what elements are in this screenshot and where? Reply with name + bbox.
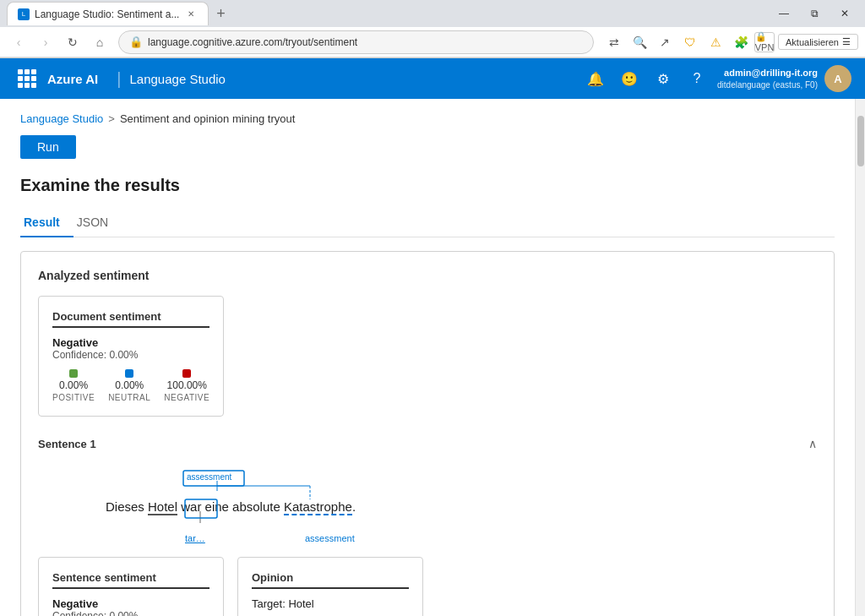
nav-icons: ⇄ 🔍 ↗ 🛡 ⚠ 🧩 <box>604 32 751 52</box>
text-after: . <box>352 499 356 514</box>
analyzed-sentiment-title: Analyzed sentiment <box>38 269 817 282</box>
breadcrumb-link[interactable]: Language Studio <box>20 112 103 125</box>
word-katastrophe: Katastrophe <box>284 499 352 515</box>
scrollbar-thumb[interactable] <box>857 116 864 166</box>
sentence-confidence: Confidence: 0.00% <box>52 610 209 616</box>
tabs-container: Result JSON <box>20 209 835 237</box>
document-sentiment-card: Document sentiment Negative Confidence: … <box>38 296 224 417</box>
zoom-icon[interactable]: 🔍 <box>629 32 650 52</box>
new-tab-button[interactable]: + <box>209 2 232 25</box>
positive-dot <box>69 369 78 378</box>
user-avatar[interactable]: A <box>824 65 851 92</box>
neutral-pct: 0.00% <box>115 379 144 391</box>
extensions-icon[interactable]: 🧩 <box>731 32 751 52</box>
url-text: language.cognitive.azure.com/tryout/sent… <box>148 36 583 48</box>
document-sentiment-title: Document sentiment <box>52 310 209 328</box>
positive-pct: 0.00% <box>59 379 88 391</box>
text-middle: war eine absolute <box>177 499 284 514</box>
document-sentiment-label: Negative <box>52 336 209 349</box>
word-hotel: Hotel <box>148 499 177 515</box>
menu-icon: ☰ <box>842 36 851 47</box>
sentence-title: Sentence 1 <box>38 438 96 450</box>
neutral-label: NEUTRAL <box>108 393 150 402</box>
negative-bar: 100.00% NEGATIVE <box>164 369 209 402</box>
negative-dot <box>182 369 191 378</box>
document-sentiment-bars: 0.00% POSITIVE 0.00% NEUTRAL 100.00% NEG… <box>52 369 209 402</box>
active-tab[interactable]: L Language Studio: Sentiment a... ✕ <box>7 2 209 25</box>
bottom-cards: Sentence sentiment Negative Confidence: … <box>38 557 817 616</box>
sentence-sentiment-label: Negative <box>52 597 209 610</box>
user-email: admin@drilling-it.org <box>724 67 818 79</box>
sentence-header: Sentence 1 ∧ <box>38 437 817 450</box>
breadcrumb: Language Studio > Sentiment and opinion … <box>20 112 835 125</box>
back-button[interactable]: ‹ <box>7 30 30 54</box>
aktualisieren-button[interactable]: Aktualisieren ☰ <box>778 34 858 50</box>
refresh-button[interactable]: ↻ <box>61 30 84 54</box>
feedback-smiley-icon[interactable]: 🙂 <box>616 65 643 92</box>
opinion-title: Opinion <box>252 571 409 589</box>
tab-close-button[interactable]: ✕ <box>184 8 198 21</box>
positive-bar: 0.00% POSITIVE <box>52 369 95 402</box>
positive-label: POSITIVE <box>52 393 95 402</box>
breadcrumb-separator: > <box>108 112 115 125</box>
translate-icon[interactable]: ⇄ <box>604 32 624 52</box>
target-value: Hotel <box>288 597 313 610</box>
sentence-text: Dieses Hotel war eine absolute Katastrop… <box>106 494 803 520</box>
settings-gear-icon[interactable]: ⚙ <box>650 65 677 92</box>
user-info[interactable]: admin@drilling-it.org ditdelanguage (eas… <box>717 67 818 90</box>
help-question-icon[interactable]: ? <box>683 65 710 92</box>
warning-icon[interactable]: ⚠ <box>705 32 726 52</box>
user-subscription: ditdelanguage (eastus, F0) <box>717 79 818 90</box>
azure-nav-right: 🔔 🙂 ⚙ ? admin@drilling-it.org ditdelangu… <box>582 65 851 92</box>
address-bar[interactable]: 🔒 language.cognitive.azure.com/tryout/se… <box>118 30 594 54</box>
minimize-button[interactable]: — <box>770 2 797 25</box>
nav-divider: | <box>117 69 121 89</box>
azure-nav-bar: Azure AI | Language Studio 🔔 🙂 ⚙ ? admin… <box>0 58 865 99</box>
opinion-card: Opinion Target: Hotel Assessments: Katas… <box>237 557 423 616</box>
section-title: Examine the results <box>20 176 835 195</box>
vpn-icon[interactable]: 🔒 VPN <box>754 32 775 52</box>
text-dieses: Dieses <box>106 499 148 514</box>
sentence-sentiment-card: Sentence sentiment Negative Confidence: … <box>38 557 224 616</box>
tab-result[interactable]: Result <box>20 209 73 237</box>
tab-json[interactable]: JSON <box>73 209 122 237</box>
tar-label[interactable]: tar… <box>185 533 205 543</box>
azure-brand: Azure AI <box>47 72 98 86</box>
negative-label: NEGATIVE <box>164 393 209 402</box>
neutral-bar: 0.00% NEUTRAL <box>108 369 150 402</box>
window-controls: — ⧉ ✕ <box>770 2 858 25</box>
home-button[interactable]: ⌂ <box>88 30 112 54</box>
nav-bar: ‹ › ↻ ⌂ 🔒 language.cognitive.azure.com/t… <box>0 27 865 57</box>
forward-button[interactable]: › <box>34 30 57 54</box>
tab-bar: L Language Studio: Sentiment a... ✕ + — … <box>0 0 865 27</box>
run-button[interactable]: Run <box>20 135 76 159</box>
sentence-sentiment-title: Sentence sentiment <box>52 571 209 589</box>
assessment-bottom-label: assessment <box>305 533 355 543</box>
close-button[interactable]: ✕ <box>831 2 858 25</box>
assessment-top-label: assessment <box>187 472 231 482</box>
product-name: Language Studio <box>130 72 226 86</box>
waffle-menu-button[interactable] <box>14 65 41 92</box>
restore-button[interactable]: ⧉ <box>801 2 828 25</box>
sentence-visualization: assessment Dieses Hotel war eine absolut… <box>38 464 817 547</box>
notification-bell-icon[interactable]: 🔔 <box>582 65 609 92</box>
share-icon[interactable]: ↗ <box>655 32 675 52</box>
results-panel: Analyzed sentiment Document sentiment Ne… <box>20 251 835 616</box>
opinion-target: Target: Hotel <box>252 597 409 610</box>
waffle-grid-icon <box>18 69 36 88</box>
shield-icon[interactable]: 🛡 <box>680 32 700 52</box>
negative-pct: 100.00% <box>167 379 207 391</box>
document-confidence: Confidence: 0.00% <box>52 349 209 361</box>
target-label: Target: <box>252 597 286 610</box>
breadcrumb-current: Sentiment and opinion mining tryout <box>120 112 295 125</box>
main-container: Language Studio > Sentiment and opinion … <box>0 99 865 616</box>
neutral-dot <box>125 369 133 378</box>
tab-title: Language Studio: Sentiment a... <box>35 8 179 20</box>
tab-favicon: L <box>18 8 30 20</box>
content-area: Language Studio > Sentiment and opinion … <box>0 99 855 616</box>
sentence-collapse-button[interactable]: ∧ <box>808 437 817 450</box>
scrollbar-track[interactable] <box>855 99 865 616</box>
